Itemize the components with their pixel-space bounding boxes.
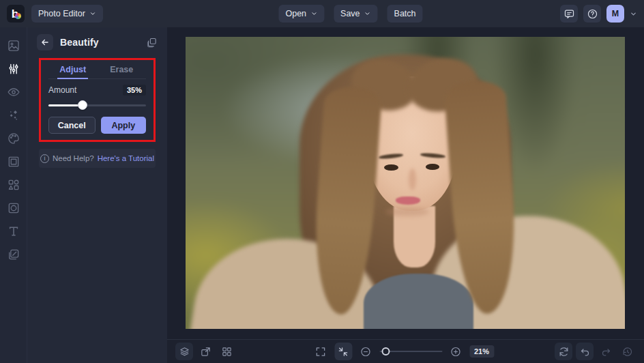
subject-eye-left (384, 164, 398, 171)
tools-sidebar (0, 27, 27, 363)
topbar-right-group: M (560, 5, 637, 23)
effects-sparkles-icon (7, 108, 20, 122)
duplicate-settings-button[interactable] (146, 37, 158, 48)
account-menu-toggle[interactable] (630, 10, 637, 18)
chevron-down-icon (630, 10, 637, 18)
save-button[interactable]: Save (334, 5, 378, 23)
arrow-left-icon (40, 38, 50, 47)
textures-icon (7, 248, 20, 261)
batch-label: Batch (394, 9, 416, 18)
zoom-slider[interactable] (379, 347, 442, 356)
artsy-palette-icon (7, 132, 20, 145)
share-arrow-icon (200, 346, 211, 358)
undo-icon (579, 346, 591, 358)
befunky-logo[interactable]: b (7, 5, 25, 23)
topbar-center-group: Open Save Batch (278, 5, 422, 23)
panel-title: Beautify (60, 37, 99, 48)
apps-grid-button[interactable] (218, 343, 235, 360)
redo-button[interactable] (597, 343, 615, 360)
frames-icon (7, 155, 20, 169)
help-box: i Need Help? Here's a Tutorial (39, 149, 156, 168)
subject-eye-right (426, 164, 440, 170)
fit-to-screen-button[interactable] (334, 343, 352, 360)
beautify-panel: Beautify Adjust Erase Amount 35% (27, 27, 167, 363)
canvas-photo[interactable] (186, 37, 625, 329)
export-button[interactable] (196, 343, 214, 360)
zoom-controls: 21% (312, 343, 494, 360)
panel-header: Beautify (27, 27, 167, 57)
batch-button[interactable]: Batch (387, 5, 423, 23)
undo-button[interactable] (576, 343, 594, 360)
zoom-slider-thumb[interactable] (381, 347, 390, 355)
fullscreen-icon (314, 346, 326, 358)
graphics-shapes-icon (7, 178, 20, 192)
subject-nose (409, 169, 416, 190)
chevron-down-icon (364, 10, 371, 17)
status-bar: 21% (167, 339, 644, 363)
sidebar-item-touch-up[interactable] (1, 81, 26, 103)
subject-shirt (364, 274, 473, 329)
help-button[interactable] (583, 5, 601, 23)
save-label: Save (340, 9, 360, 18)
zoom-out-button[interactable] (357, 343, 375, 360)
sidebar-item-artsy[interactable] (1, 127, 26, 149)
workspace: 21% (167, 27, 644, 363)
fullscreen-button[interactable] (312, 343, 330, 360)
photo-editor-menu-button[interactable]: Photo Editor (31, 5, 103, 23)
tab-erase[interactable]: Erase (98, 60, 147, 78)
reset-button[interactable] (555, 343, 572, 360)
sidebar-item-effects[interactable] (1, 104, 26, 126)
sidebar-item-photo-manager[interactable] (1, 34, 26, 57)
photo-editor-menu-label: Photo Editor (38, 9, 85, 18)
photo-manager-icon (7, 39, 20, 53)
copy-icon (146, 37, 158, 48)
layers-icon (179, 346, 190, 358)
minus-circle-icon (360, 346, 371, 358)
chat-icon (564, 8, 575, 20)
apply-button[interactable]: Apply (101, 117, 147, 134)
sidebar-item-overlays[interactable] (1, 197, 26, 219)
plus-circle-icon (450, 346, 461, 358)
amount-label: Amount (48, 85, 76, 95)
question-mark-icon (587, 8, 598, 20)
tutorial-link[interactable]: Here's a Tutorial (98, 154, 154, 162)
main-area: Beautify Adjust Erase Amount 35% (0, 27, 644, 363)
sidebar-item-edit[interactable] (1, 57, 26, 80)
chevron-down-icon (310, 10, 317, 17)
open-label: Open (285, 9, 306, 18)
refresh-icon (558, 346, 570, 358)
user-avatar[interactable]: M (606, 5, 624, 23)
sidebar-item-text[interactable] (1, 220, 26, 242)
sidebar-item-graphics[interactable] (1, 173, 26, 196)
amount-row: Amount 35% (48, 85, 146, 96)
amount-slider[interactable] (48, 100, 146, 110)
chevron-down-icon (89, 10, 96, 17)
logo-rainbow-ring-icon (15, 13, 21, 19)
overlays-icon (7, 201, 20, 215)
sidebar-item-frames[interactable] (1, 150, 26, 173)
open-button[interactable]: Open (278, 5, 324, 23)
amount-slider-thumb[interactable] (78, 100, 87, 110)
redo-icon (600, 346, 612, 358)
text-icon (7, 224, 20, 238)
statusbar-right-group (555, 343, 636, 360)
layers-button[interactable] (175, 343, 193, 360)
tab-adjust[interactable]: Adjust (48, 60, 98, 78)
subject-lips (396, 197, 420, 205)
canvas-area (167, 27, 644, 339)
help-text: Need Help? (53, 154, 94, 162)
panel-actions: Cancel Apply (48, 117, 146, 134)
sidebar-item-textures[interactable] (1, 243, 26, 265)
cancel-button[interactable]: Cancel (48, 117, 96, 134)
edit-sliders-icon (7, 62, 20, 76)
touchup-eye-icon (7, 85, 20, 99)
zoom-in-button[interactable] (447, 343, 465, 360)
adjust-panel-highlighted: Adjust Erase Amount 35% Cancel Apply (39, 58, 156, 142)
history-clock-icon (621, 346, 633, 358)
back-button[interactable] (37, 34, 53, 50)
feedback-chat-button[interactable] (560, 5, 578, 23)
grid-icon (221, 346, 233, 358)
history-button[interactable] (618, 343, 636, 360)
zoom-level-badge: 21% (469, 345, 494, 358)
panel-tabs: Adjust Erase (48, 60, 146, 79)
